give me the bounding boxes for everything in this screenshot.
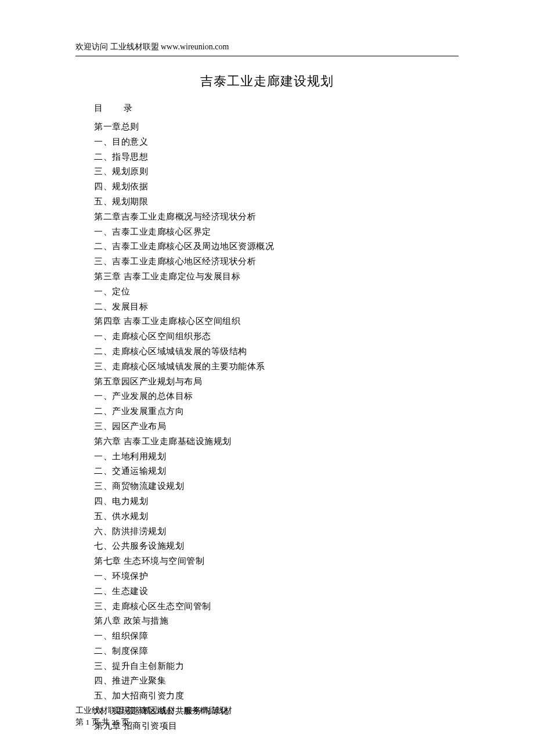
page-container: 欢迎访问 工业线材联盟 www.wireunion.com 吉泰工业走廊建设规划… bbox=[0, 0, 534, 756]
toc-line: 第八章 政策与措施 bbox=[94, 614, 459, 629]
toc-line: 七、公共服务设施规划 bbox=[94, 539, 459, 554]
toc-line: 三、商贸物流建设规划 bbox=[94, 479, 459, 494]
toc-line: 一、环境保护 bbox=[94, 569, 459, 584]
toc-line: 二、吉泰工业走廊核心区及周边地区资源概况 bbox=[94, 239, 459, 254]
toc-line: 二、交通运输规划 bbox=[94, 464, 459, 479]
toc-line: 第四章 吉泰工业走廊核心区空间组织 bbox=[94, 314, 459, 329]
footer-page-number: 第 1 页 共 25 页 bbox=[75, 717, 233, 728]
document-title: 吉泰工业走廊建设规划 bbox=[75, 73, 459, 90]
toc-line: 四、规划依据 bbox=[94, 179, 459, 195]
footer-line-1: 工业线材联盟-荟萃精品线材，服务精品线材 bbox=[75, 705, 233, 717]
toc-line: 二、生态建设 bbox=[94, 584, 459, 599]
toc-line: 第六章 吉泰工业走廊基础设施规划 bbox=[94, 434, 459, 449]
toc-line: 三、走廊核心区域城镇发展的主要功能体系 bbox=[94, 359, 459, 375]
toc-line: 二、指导思想 bbox=[94, 150, 459, 165]
toc-line: 三、规划原则 bbox=[94, 164, 459, 179]
toc-line: 第二章吉泰工业走廊概况与经济现状分析 bbox=[94, 210, 459, 225]
toc-line: 第五章园区产业规划与布局 bbox=[94, 375, 459, 390]
toc-line: 一、土地利用规划 bbox=[94, 449, 459, 465]
toc-line: 三、园区产业布局 bbox=[94, 419, 459, 434]
toc-label: 目 录 bbox=[94, 103, 459, 114]
toc-line: 三、走廊核心区生态空间管制 bbox=[94, 599, 459, 614]
toc-line: 二、发展目标 bbox=[94, 300, 459, 315]
toc-line: 三、吉泰工业走廊核心地区经济现状分析 bbox=[94, 254, 459, 269]
toc-line: 二、制度保障 bbox=[94, 644, 459, 659]
toc-line: 一、组织保障 bbox=[94, 629, 459, 644]
toc-line: 三、提升自主创新能力 bbox=[94, 659, 459, 674]
toc-line: 五、加大招商引资力度 bbox=[94, 689, 459, 704]
footer: 工业线材联盟-荟萃精品线材，服务精品线材 第 1 页 共 25 页 bbox=[75, 705, 233, 729]
toc-line: 第三章 吉泰工业走廊定位与发展目标 bbox=[94, 269, 459, 285]
toc-line: 一、产业发展的总体目标 bbox=[94, 389, 459, 404]
toc-line: 五、供水规划 bbox=[94, 509, 459, 524]
toc-line: 第七章 生态环境与空间管制 bbox=[94, 554, 459, 569]
toc-line: 六、防洪排涝规划 bbox=[94, 524, 459, 539]
toc-line: 一、走廊核心区空间组织形态 bbox=[94, 329, 459, 344]
toc-line: 二、走廊核心区域城镇发展的等级结构 bbox=[94, 344, 459, 359]
toc-line: 二、产业发展重点方向 bbox=[94, 404, 459, 419]
toc-line: 五、规划期限 bbox=[94, 195, 459, 210]
toc-line: 四、推进产业聚集 bbox=[94, 674, 459, 689]
toc-line: 四、电力规划 bbox=[94, 494, 459, 509]
toc-content: 目 录 第一章总则 一、目的意义 二、指导思想 三、规划原则 四、规划依据 五、… bbox=[75, 103, 459, 734]
toc-line: 一、吉泰工业走廊核心区界定 bbox=[94, 225, 459, 240]
header-text: 欢迎访问 工业线材联盟 www.wireunion.com bbox=[75, 42, 459, 56]
toc-line: 第一章总则 bbox=[94, 120, 459, 135]
toc-line: 一、定位 bbox=[94, 285, 459, 300]
toc-line: 一、目的意义 bbox=[94, 135, 459, 150]
